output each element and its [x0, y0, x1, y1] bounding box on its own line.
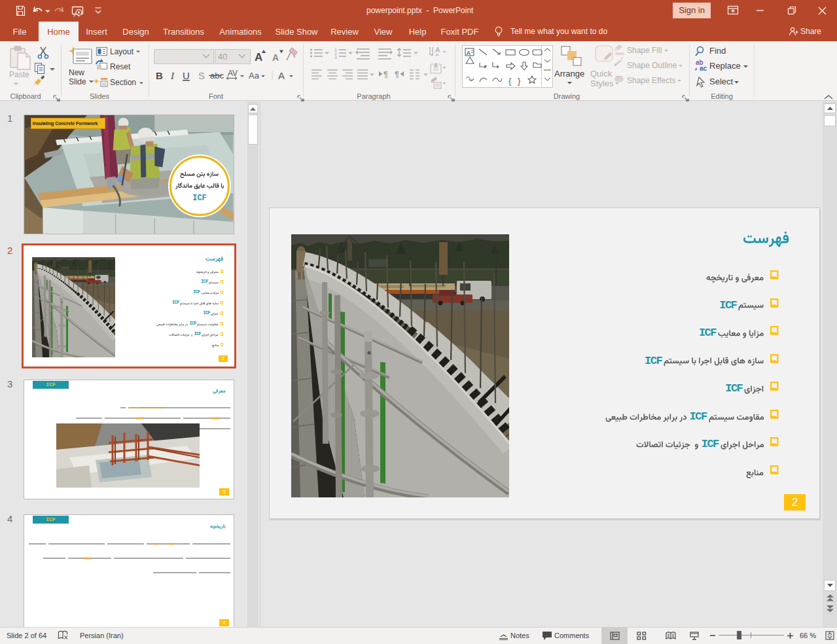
svg-text:AV: AV	[228, 69, 238, 78]
svg-text:I: I	[170, 71, 175, 81]
svg-text:Select: Select	[709, 77, 734, 86]
svg-text:Paste: Paste	[9, 70, 29, 79]
svg-text:Reset: Reset	[110, 62, 131, 71]
svg-text:Find: Find	[709, 46, 726, 56]
svg-text:Slide: Slide	[69, 77, 86, 86]
svg-text:{: {	[508, 76, 512, 86]
svg-text:A: A	[272, 52, 279, 63]
svg-text:¶: ¶	[383, 70, 388, 79]
svg-text:Shape Fill: Shape Fill	[627, 46, 662, 55]
svg-text:ac: ac	[700, 65, 707, 72]
svg-text:40: 40	[218, 52, 227, 62]
svg-text:¶: ¶	[395, 70, 399, 79]
svg-text:Arrange: Arrange	[554, 69, 584, 79]
svg-text:B: B	[156, 70, 163, 81]
svg-text:A: A	[278, 70, 285, 81]
svg-text:A: A	[467, 50, 471, 56]
svg-text:A: A	[435, 46, 440, 54]
svg-text:Layout: Layout	[110, 47, 134, 56]
svg-text:Quick: Quick	[590, 69, 613, 79]
svg-text:Section: Section	[110, 78, 136, 87]
svg-text:S: S	[198, 70, 205, 81]
svg-text:3: 3	[334, 55, 337, 60]
svg-text:}: }	[518, 76, 521, 86]
svg-text:New: New	[69, 68, 84, 77]
svg-text:A: A	[255, 51, 262, 63]
svg-text:Styles: Styles	[590, 79, 614, 88]
svg-text:U: U	[183, 70, 190, 81]
svg-text:Shape Effects: Shape Effects	[627, 76, 676, 85]
svg-text:Aa: Aa	[249, 71, 260, 80]
svg-text:Replace: Replace	[709, 61, 741, 71]
svg-text:Shape Outline: Shape Outline	[627, 61, 677, 70]
